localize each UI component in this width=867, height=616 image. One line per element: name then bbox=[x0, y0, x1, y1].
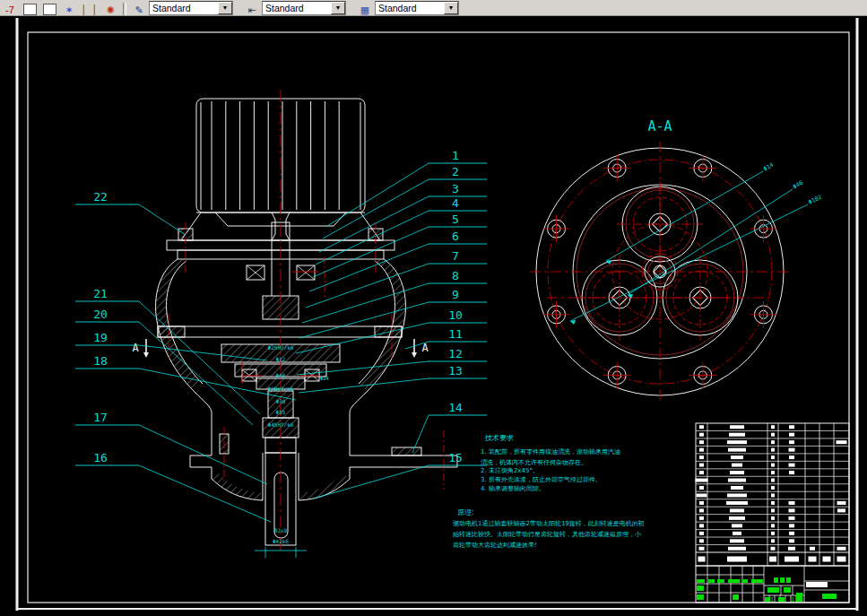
line-tool-icon[interactable]: │ bbox=[91, 2, 100, 15]
callout-1: 1 bbox=[327, 149, 487, 226]
callout-number: 12 bbox=[448, 347, 463, 360]
titleblock-text bbox=[697, 586, 704, 591]
table-cell-text bbox=[699, 455, 704, 459]
leader-line bbox=[316, 211, 429, 265]
table-cell-text bbox=[771, 425, 775, 429]
table-cell-text bbox=[730, 508, 744, 512]
leader-line bbox=[299, 302, 429, 338]
table-cell-text bbox=[699, 471, 704, 474]
page-icon[interactable] bbox=[21, 2, 39, 15]
text-style-icon[interactable]: ✎ bbox=[130, 2, 148, 15]
callout-number: 15 bbox=[448, 451, 463, 464]
table-cell-text bbox=[726, 501, 748, 505]
dim-style-icon[interactable]: ⇤ bbox=[243, 2, 261, 15]
table-cell-text bbox=[730, 539, 744, 542]
main-assembly-view bbox=[156, 99, 457, 545]
page-icon[interactable] bbox=[40, 2, 58, 15]
table-cell-text bbox=[789, 471, 794, 474]
callout-number: 10 bbox=[448, 308, 463, 322]
table-cell-text bbox=[771, 440, 775, 444]
dim-style-group: ⇤ Standard ▼ bbox=[242, 1, 346, 15]
text-line: 4. 轴承调整轴向间隙。 bbox=[481, 485, 545, 492]
callout-number: 4 bbox=[452, 196, 459, 210]
table-cell-text bbox=[731, 455, 743, 459]
callout-number: 13 bbox=[448, 364, 463, 377]
table-cell-text bbox=[730, 471, 744, 474]
table-style-value: Standard bbox=[376, 3, 417, 13]
explode-icon[interactable]: ✺ bbox=[101, 2, 119, 15]
callout-number: 6 bbox=[452, 230, 459, 243]
shaft-dimension: 8Js9 Φ42k6 bbox=[255, 527, 307, 558]
text-style-combo[interactable]: Standard ▼ bbox=[149, 1, 233, 15]
text-line: 3. 所有外壳涂漆，防止外部空气经过部件。 bbox=[481, 476, 602, 483]
callout-number: 21 bbox=[93, 287, 108, 300]
chevron-down-icon[interactable]: ▼ bbox=[444, 2, 458, 14]
callout-number: 19 bbox=[93, 331, 108, 344]
dim-style-combo[interactable]: Standard ▼ bbox=[262, 1, 346, 15]
table-cell-text bbox=[771, 486, 775, 490]
titleblock-text bbox=[796, 597, 802, 602]
titleblock-text bbox=[733, 594, 739, 600]
table-cell-text bbox=[789, 433, 794, 437]
line-tool-icon[interactable]: │ bbox=[80, 2, 89, 15]
titleblock-text bbox=[717, 579, 724, 583]
table-cell-text bbox=[727, 440, 747, 444]
aa-dimension-leaders: Φ14Φ46Φ102 bbox=[570, 161, 823, 325]
leader-line bbox=[302, 283, 429, 323]
table-cell-text bbox=[771, 516, 775, 520]
cad-application-window: -7 ✶ │ │ ✺ ✎ Standard ▼ ⇤ Standard ▼ ▦ S… bbox=[0, 0, 867, 616]
table-cell-text bbox=[771, 471, 775, 474]
titleblock-text bbox=[728, 579, 740, 583]
section-title: A-A bbox=[647, 118, 672, 134]
header-cell-text bbox=[823, 557, 831, 562]
parts-list-table bbox=[696, 423, 850, 566]
table-cell-text bbox=[699, 516, 704, 520]
table-cell-text bbox=[727, 493, 747, 497]
table-cell-text bbox=[771, 433, 775, 437]
table-cell-text bbox=[771, 455, 775, 459]
titleblock-text bbox=[780, 577, 785, 583]
table-cell-text bbox=[837, 501, 846, 505]
pencil-icon[interactable]: -7 bbox=[1, 2, 19, 15]
titleblock-text bbox=[708, 579, 715, 583]
table-style-icon[interactable]: ▦ bbox=[356, 2, 374, 15]
chevron-down-icon[interactable]: ▼ bbox=[331, 2, 345, 14]
callout-17: 17 bbox=[75, 411, 267, 484]
table-cell-text bbox=[771, 508, 775, 512]
callout-number: 20 bbox=[93, 308, 108, 321]
callout-number: 18 bbox=[93, 354, 108, 368]
header-cell-text bbox=[727, 557, 747, 562]
callout-15: 15 bbox=[314, 451, 487, 499]
table-cell-text bbox=[771, 448, 775, 452]
aa-dim-label: Φ102 bbox=[807, 194, 823, 206]
table-cell-text bbox=[789, 516, 795, 520]
titleblock-text bbox=[697, 594, 704, 600]
titleblock-text bbox=[778, 597, 785, 602]
table-cell-text bbox=[771, 479, 775, 482]
bolt-hole bbox=[750, 215, 776, 242]
table-cell-text bbox=[728, 479, 746, 482]
table-cell-text bbox=[699, 539, 704, 542]
table-cell-text bbox=[789, 425, 794, 429]
table-cell-text bbox=[732, 464, 742, 467]
star-icon[interactable]: ✶ bbox=[60, 2, 78, 15]
table-cell-text bbox=[697, 493, 707, 497]
text-line: 1. 装配前，所有零件用煤油清洗，滚动轴承用汽油 bbox=[481, 448, 620, 455]
callout-number: 16 bbox=[93, 451, 108, 464]
table-cell-text bbox=[699, 524, 704, 527]
bolt-hole bbox=[750, 301, 776, 328]
titleblock-text bbox=[767, 587, 779, 593]
center-dim: Φ12 bbox=[276, 356, 286, 362]
callout-number: 11 bbox=[448, 327, 463, 341]
drawing-canvas[interactable]: A A 12345678910111213141522212019181716 … bbox=[0, 15, 867, 616]
chevron-down-icon[interactable]: ▼ bbox=[218, 2, 232, 14]
callout-number: 5 bbox=[452, 213, 459, 226]
table-style-combo[interactable]: Standard ▼ bbox=[375, 1, 459, 15]
table-cell-text bbox=[771, 532, 775, 535]
text-line: 2. 未注倒角2x45°。 bbox=[481, 466, 539, 474]
titleblock-text bbox=[786, 577, 791, 583]
table-cell-text bbox=[837, 547, 846, 551]
section-view-aa: A-A Φ14Φ46Φ102 bbox=[530, 118, 823, 402]
table-cell-text bbox=[733, 532, 741, 535]
callout-14: 14 bbox=[412, 401, 487, 453]
